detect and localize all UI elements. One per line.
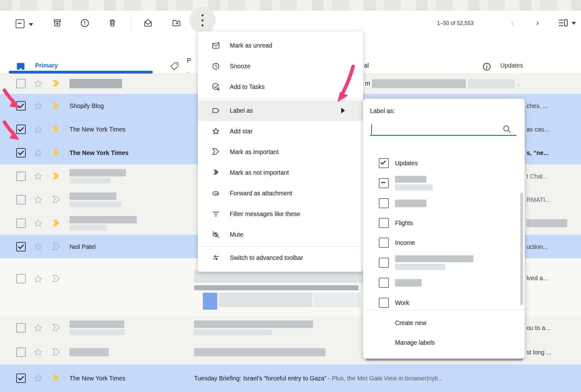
label-option-redacted[interactable] bbox=[363, 174, 525, 192]
star-icon[interactable] bbox=[33, 171, 43, 181]
menu-item-mark-as-important[interactable]: Mark as important bbox=[198, 142, 363, 162]
split-pane-icon[interactable] bbox=[558, 19, 568, 27]
menu-divider bbox=[198, 246, 363, 246]
star-icon[interactable] bbox=[33, 323, 43, 333]
checkbox-unchecked-icon[interactable] bbox=[379, 198, 389, 208]
switch-toolbar-icon bbox=[212, 254, 220, 262]
subject-redacted bbox=[194, 321, 313, 335]
star-icon[interactable] bbox=[33, 242, 43, 252]
label-name-redacted bbox=[395, 255, 473, 270]
row-checkbox[interactable] bbox=[16, 79, 26, 88]
menu-item-mute[interactable]: Mute bbox=[198, 224, 363, 245]
importance-marker-icon[interactable] bbox=[51, 172, 63, 181]
menu-item-mark-as-not-important[interactable]: Mark as not important bbox=[198, 162, 363, 183]
more-options-button[interactable] bbox=[200, 13, 205, 28]
menu-item-mark-as-unread[interactable]: Mark as unread bbox=[198, 35, 363, 56]
star-icon[interactable] bbox=[33, 218, 43, 228]
subject-fragment: ches. ... bbox=[527, 102, 548, 109]
label-option-redacted[interactable] bbox=[363, 254, 525, 271]
row-checkbox[interactable] bbox=[16, 219, 26, 228]
submenu-arrow-icon bbox=[341, 108, 345, 113]
tab-social-fragment[interactable]: al bbox=[364, 62, 369, 69]
row-checkbox[interactable] bbox=[16, 323, 26, 333]
label-option-redacted[interactable] bbox=[363, 274, 525, 291]
star-icon[interactable] bbox=[33, 79, 43, 89]
older-page-button[interactable]: › bbox=[533, 18, 542, 28]
importance-marker-icon[interactable] bbox=[51, 348, 63, 357]
row-checkbox[interactable] bbox=[16, 125, 26, 134]
menu-item-forward-as-attachment[interactable]: Forward as attachment bbox=[198, 183, 363, 204]
importance-marker-icon[interactable] bbox=[51, 148, 63, 157]
star-icon[interactable] bbox=[33, 373, 43, 383]
row-checkbox[interactable] bbox=[16, 195, 26, 204]
row-checkbox[interactable] bbox=[16, 374, 26, 383]
archive-button[interactable] bbox=[53, 18, 62, 28]
subject-fragment: m .. bbox=[365, 79, 520, 88]
star-icon[interactable] bbox=[33, 148, 43, 158]
mark-as-read-button[interactable] bbox=[143, 18, 153, 28]
star-icon[interactable] bbox=[33, 347, 43, 357]
menu-item-snooze[interactable]: Snooze bbox=[198, 56, 363, 76]
menu-item-add-star[interactable]: Add star bbox=[198, 121, 363, 142]
importance-marker-icon[interactable] bbox=[51, 79, 63, 88]
report-spam-button[interactable] bbox=[80, 18, 90, 28]
row-checkbox[interactable] bbox=[16, 172, 26, 181]
tab-updates[interactable]: Updates bbox=[500, 62, 523, 69]
split-pane-caret[interactable] bbox=[572, 22, 576, 25]
checkbox-checked-icon[interactable] bbox=[379, 158, 389, 168]
importance-marker-icon[interactable] bbox=[51, 195, 63, 204]
email-row[interactable]: The New York Times Tuesday Briefing: Isr… bbox=[0, 364, 581, 392]
row-checkbox[interactable] bbox=[16, 101, 26, 111]
menu-item-switch-to-advanced-toolbar[interactable]: Switch to advanced toolbar bbox=[198, 247, 363, 268]
star-icon[interactable] bbox=[33, 274, 43, 284]
importance-marker-icon[interactable] bbox=[51, 219, 63, 228]
gmail-inbox-screen: 1–50 of 52,553 ‹ › Primary P N al Update… bbox=[0, 0, 581, 392]
label-as-popup: Label as: Updates Flights bbox=[363, 99, 525, 358]
checkbox-unchecked-icon[interactable] bbox=[379, 278, 389, 288]
promotions-tab-icon bbox=[170, 61, 179, 71]
label-option-redacted[interactable] bbox=[363, 194, 525, 212]
star-icon[interactable] bbox=[33, 195, 43, 205]
checkbox-indeterminate-icon[interactable] bbox=[379, 178, 389, 188]
manage-labels-button[interactable]: Manage labels bbox=[395, 339, 435, 346]
tab-promotions-fragment[interactable]: P bbox=[187, 57, 191, 64]
star-icon[interactable] bbox=[33, 124, 43, 134]
checkbox-unchecked-icon[interactable] bbox=[379, 258, 389, 268]
delete-button[interactable] bbox=[108, 18, 117, 28]
row-checkbox[interactable] bbox=[16, 274, 26, 283]
snippet: - Plus, the Met Gala View in browser|nyt… bbox=[326, 375, 443, 382]
importance-marker-icon[interactable] bbox=[51, 274, 63, 283]
move-to-button[interactable] bbox=[172, 18, 181, 28]
menu-item-label: Mark as important bbox=[230, 148, 279, 156]
checkbox-unchecked-icon[interactable] bbox=[379, 218, 389, 228]
checkbox-unchecked-icon[interactable] bbox=[379, 238, 389, 248]
scrollbar-thumb[interactable] bbox=[520, 193, 523, 305]
checkbox-unchecked-icon[interactable] bbox=[379, 298, 389, 308]
star-icon[interactable] bbox=[33, 101, 43, 111]
menu-item-filter-messages[interactable]: Filter messages like these bbox=[198, 204, 363, 224]
menu-item-label: Switch to advanced toolbar bbox=[230, 254, 303, 261]
importance-marker-icon[interactable] bbox=[51, 101, 63, 111]
importance-marker-icon[interactable] bbox=[51, 125, 63, 134]
search-underline bbox=[370, 135, 517, 136]
sender-redacted bbox=[69, 321, 124, 335]
importance-marker-icon[interactable] bbox=[51, 323, 63, 333]
row-checkbox[interactable] bbox=[16, 348, 26, 357]
label-option-income[interactable]: Income bbox=[363, 234, 525, 251]
menu-item-label-as[interactable]: Label as bbox=[198, 100, 363, 121]
row-checkbox[interactable] bbox=[16, 148, 26, 157]
label-option-updates[interactable]: Updates bbox=[363, 154, 525, 172]
newer-page-button[interactable]: ‹ bbox=[508, 18, 517, 28]
label-option-flights[interactable]: Flights bbox=[363, 214, 525, 232]
importance-marker-icon[interactable] bbox=[51, 374, 63, 383]
create-new-label-button[interactable]: Create new bbox=[395, 319, 426, 327]
tab-primary[interactable]: Primary bbox=[35, 62, 58, 69]
menu-item-add-to-tasks[interactable]: Add to Tasks bbox=[198, 76, 363, 97]
select-all-checkbox[interactable] bbox=[16, 19, 24, 28]
label-search-input[interactable] bbox=[370, 124, 517, 135]
row-checkbox[interactable] bbox=[16, 242, 26, 251]
label-name: Work bbox=[395, 299, 409, 307]
importance-marker-icon[interactable] bbox=[51, 242, 63, 251]
select-dropdown-caret[interactable] bbox=[29, 23, 33, 26]
label-option-work[interactable]: Work bbox=[363, 294, 525, 310]
